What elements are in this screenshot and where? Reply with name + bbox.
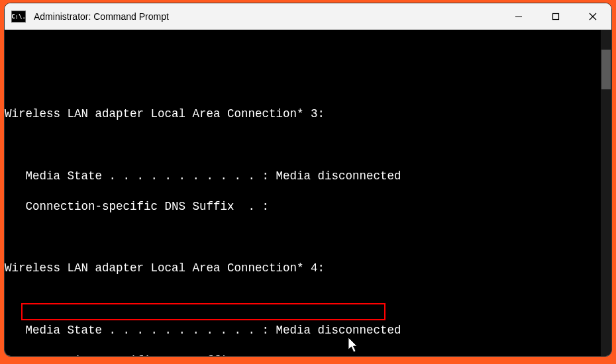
titlebar[interactable]: C:\. Administrator: Command Prompt — [5, 3, 611, 30]
media-state-value: Media disconnected — [276, 169, 401, 183]
close-button[interactable] — [574, 3, 611, 29]
media-state-line: Media State . . . . . . . . . . . : Medi… — [5, 323, 611, 338]
blank-line — [5, 76, 611, 91]
minimize-icon — [515, 13, 523, 21]
scrollbar-thumb[interactable] — [601, 50, 611, 89]
adapter-header: Wireless LAN adapter Local Area Connecti… — [5, 107, 611, 122]
window-title: Administrator: Command Prompt — [34, 11, 500, 22]
scrollbar-track[interactable] — [601, 30, 611, 356]
cmd-icon: C:\. — [11, 11, 26, 23]
blank-line — [5, 292, 611, 307]
window-controls — [500, 3, 611, 29]
maximize-button[interactable] — [537, 3, 574, 29]
blank-line — [5, 230, 611, 246]
terminal-area[interactable]: Wireless LAN adapter Local Area Connecti… — [5, 30, 611, 356]
close-icon — [589, 13, 597, 21]
adapter-header: Wireless LAN adapter Local Area Connecti… — [5, 261, 611, 276]
minimize-button[interactable] — [500, 3, 537, 29]
svg-rect-1 — [553, 13, 559, 19]
terminal-content: Wireless LAN adapter Local Area Connecti… — [5, 61, 611, 356]
blank-line — [5, 138, 611, 153]
dns-suffix-line: Connection-specific DNS Suffix . : — [5, 353, 611, 356]
maximize-icon — [552, 13, 560, 21]
command-prompt-window: C:\. Administrator: Command Prompt Wirel… — [4, 3, 612, 357]
media-state-value: Media disconnected — [276, 324, 401, 337]
dns-suffix-line: Connection-specific DNS Suffix . : — [5, 199, 611, 214]
media-state-line: Media State . . . . . . . . . . . : Medi… — [5, 169, 611, 184]
